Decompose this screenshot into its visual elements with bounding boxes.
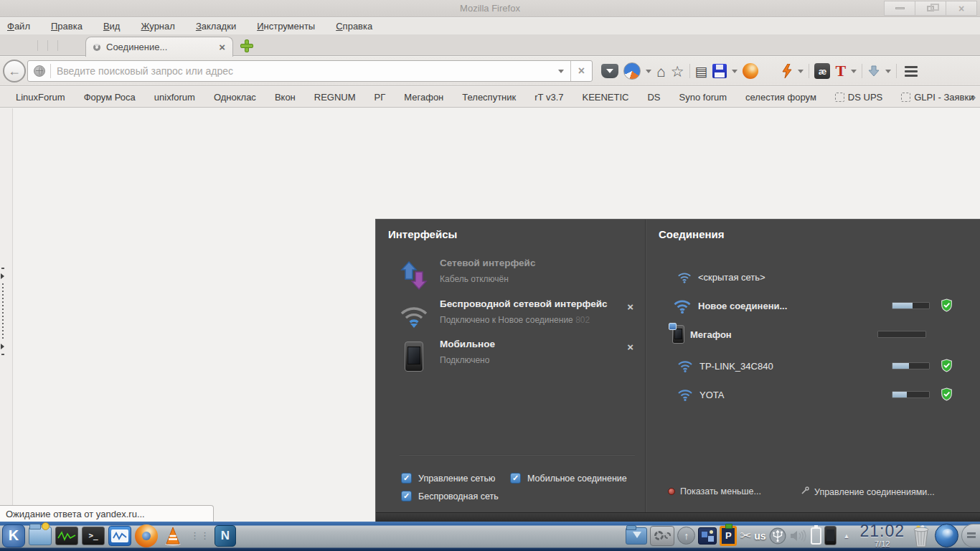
bookmark-linuxforum[interactable]: LinuxForum xyxy=(16,92,65,103)
url-input[interactable] xyxy=(51,65,552,77)
firefox-launcher[interactable] xyxy=(134,524,159,548)
bookmark-celestia-forum[interactable]: селестия форум xyxy=(745,92,816,103)
manage-connections-link[interactable]: Управление соединениями... xyxy=(801,486,935,497)
menu-tools[interactable]: Инструменты xyxy=(257,21,315,32)
file-manager-launcher[interactable] xyxy=(28,524,52,548)
minimize-button[interactable] xyxy=(884,1,915,16)
back-button[interactable]: ← xyxy=(3,60,26,83)
extension-button[interactable] xyxy=(623,62,641,80)
up-arrow-icon: ↑ xyxy=(677,527,695,545)
tab-active[interactable]: Соединение... × xyxy=(85,37,233,57)
signal-strength-bar xyxy=(892,391,930,398)
bookmark-ds-ups[interactable]: DS UPS xyxy=(835,92,882,103)
ksysguard-launcher[interactable] xyxy=(108,524,132,548)
connection-tplink[interactable]: TP-LINK_34C840 xyxy=(646,353,980,379)
usb-icon xyxy=(769,527,786,545)
system-monitor-launcher[interactable] xyxy=(55,524,79,548)
firefox-extension-button[interactable] xyxy=(743,63,758,79)
bookmarks-overflow-button[interactable]: » xyxy=(970,91,976,103)
connection-megafon[interactable]: Мегафон xyxy=(646,321,980,347)
placeholder-favicon xyxy=(901,93,910,102)
show-less-link[interactable]: Показать меньше... xyxy=(668,486,761,496)
vlc-launcher[interactable] xyxy=(161,524,185,548)
usb-tray-icon[interactable] xyxy=(769,524,786,548)
menu-view[interactable]: Вид xyxy=(103,21,121,32)
kde-menu-button[interactable]: K xyxy=(1,524,26,548)
checkbox-mobile[interactable]: ✓ Мобильное соединение xyxy=(510,469,627,487)
connection-yota[interactable]: YOTA xyxy=(646,382,980,408)
checkbox-wireless[interactable]: ✓ Беспроводная сеть xyxy=(401,487,639,505)
bookmark-star-button[interactable]: ☆ xyxy=(671,64,684,79)
translate-button[interactable]: æ xyxy=(814,63,830,79)
signal-strength-bar xyxy=(877,331,926,338)
extension-dropdown-icon[interactable] xyxy=(646,70,651,73)
tab-close-icon[interactable]: × xyxy=(219,42,225,52)
flashgot-button[interactable] xyxy=(781,64,793,78)
upload-tray-icon[interactable]: ↑ xyxy=(677,524,695,548)
text-tool-dropdown-icon[interactable] xyxy=(851,70,857,73)
interface-mobile[interactable]: Мобильное Подключено × xyxy=(376,336,645,377)
bookmark-rt[interactable]: rT v3.7 xyxy=(534,92,563,103)
interface-wired[interactable]: Сетевой интерфейс Кабель отключён xyxy=(376,255,645,296)
bookmark-keenetic[interactable]: KEENETIC xyxy=(582,92,628,103)
disconnect-close-icon[interactable]: × xyxy=(627,341,633,353)
updates-tray-icon[interactable] xyxy=(650,524,674,548)
download-button[interactable] xyxy=(867,65,880,77)
trash-widget[interactable] xyxy=(910,524,932,548)
clipboard-manager-tray-icon[interactable]: P xyxy=(720,524,737,548)
new-tab-button[interactable] xyxy=(240,39,254,53)
menu-file[interactable]: Файл xyxy=(7,21,30,32)
phone-tray-icon[interactable] xyxy=(824,524,837,548)
bookmark-odnoklas[interactable]: Одноклас xyxy=(214,92,256,103)
url-dropdown-icon[interactable] xyxy=(558,70,564,73)
kde-wallet-orb[interactable] xyxy=(935,524,958,548)
interface-wireless[interactable]: Беспроводной сетевой интерфейс Подключен… xyxy=(376,296,645,336)
menu-edit[interactable]: Правка xyxy=(51,21,83,32)
save-button[interactable] xyxy=(712,64,727,78)
bookmark-rg[interactable]: РГ xyxy=(374,92,386,103)
menu-help[interactable]: Справка xyxy=(336,21,372,32)
bookmark-unixforum[interactable]: unixforum xyxy=(154,92,195,103)
menu-bookmarks[interactable]: Закладки xyxy=(196,21,236,32)
downloads-tray-icon[interactable] xyxy=(626,524,647,548)
battery-tray-icon[interactable] xyxy=(811,524,821,548)
bookmark-megafon[interactable]: Мегафон xyxy=(404,92,443,103)
netbeans-launcher[interactable]: N xyxy=(213,524,237,548)
bookmark-ds[interactable]: DS xyxy=(647,92,660,103)
url-bar[interactable]: × xyxy=(27,60,593,82)
download-dropdown-icon[interactable] xyxy=(885,70,891,73)
window-title: Mozilla Firefox xyxy=(0,3,980,14)
bookmark-vkon[interactable]: Вкон xyxy=(275,92,296,103)
text-tool-button[interactable]: T xyxy=(835,63,846,79)
pocket-button[interactable] xyxy=(601,64,618,78)
klipper-tray-icon[interactable]: ✂ xyxy=(740,524,751,548)
menu-history[interactable]: Журнал xyxy=(141,21,174,32)
stop-button[interactable]: × xyxy=(570,61,592,81)
maximize-icon xyxy=(927,6,934,11)
bookmark-forum-rosa[interactable]: Форум Роса xyxy=(84,92,136,103)
home-button[interactable]: ⌂ xyxy=(656,64,666,79)
menu-hamburger-button[interactable] xyxy=(905,66,918,77)
bookmark-telesputnik[interactable]: Телеспутник xyxy=(462,92,516,103)
bookmark-syno-forum[interactable]: Syno forum xyxy=(679,92,727,103)
sidebar-splitter[interactable] xyxy=(0,108,13,522)
bookmark-regnum[interactable]: REGNUM xyxy=(314,92,356,103)
close-button[interactable]: × xyxy=(946,1,977,16)
checkbox-networking[interactable]: ✓ Управление сетью xyxy=(401,469,510,487)
maximize-button[interactable] xyxy=(915,1,946,16)
tray-expander-button[interactable]: ▲ xyxy=(844,532,850,540)
clock-widget[interactable]: 21:02 7/12 xyxy=(859,523,905,548)
panel-cashew-button[interactable] xyxy=(961,524,980,547)
connection-hidden-network[interactable]: <скрытая сеть> xyxy=(646,264,980,290)
bookmark-glpi[interactable]: GLPI - Заявки xyxy=(901,92,974,103)
splitter-handle[interactable] xyxy=(1,268,5,355)
keyboard-layout-indicator[interactable]: us xyxy=(754,524,765,548)
connection-new[interactable]: Новое соединени... xyxy=(646,293,980,319)
volume-tray-icon[interactable] xyxy=(789,524,808,548)
clipboard-button[interactable]: ▤ xyxy=(695,65,708,78)
flashgot-dropdown-icon[interactable] xyxy=(798,70,804,73)
plugins-tray-icon[interactable] xyxy=(698,524,717,548)
terminal-launcher[interactable]: >_ xyxy=(81,524,105,548)
disconnect-close-icon[interactable]: × xyxy=(627,301,633,313)
save-dropdown-icon[interactable] xyxy=(732,70,738,73)
